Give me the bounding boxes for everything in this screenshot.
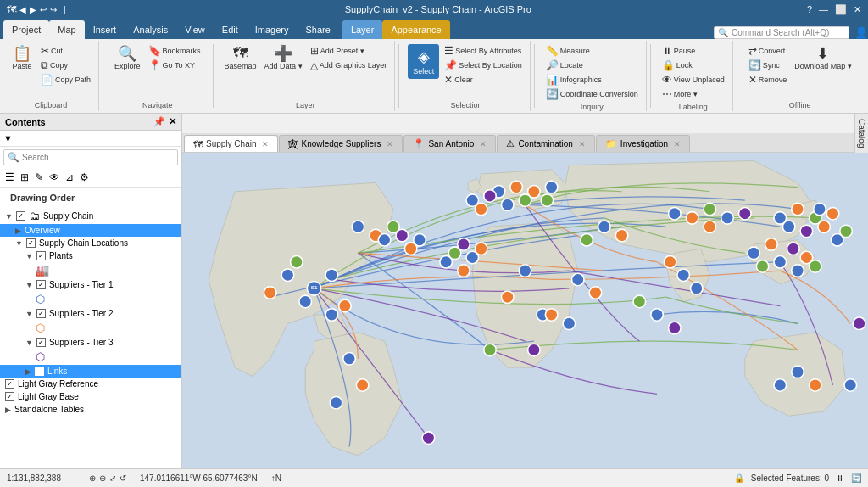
zoom-out-btn[interactable]: ⊖: [99, 473, 106, 483]
tab-edit[interactable]: Edit: [214, 20, 247, 39]
paste-button[interactable]: 📋 Paste: [8, 44, 36, 72]
layer-supply-chain[interactable]: ▼ 🗂 Supply Chain: [0, 208, 181, 224]
layer-light-gray-base[interactable]: Light Gray Base: [0, 390, 181, 403]
layer-standalone-tables[interactable]: ▶ Standalone Tables: [0, 403, 181, 416]
add-data-button[interactable]: ➕ Add Data ▾: [262, 44, 305, 72]
layer-light-gray-ref[interactable]: Light Gray Reference: [0, 378, 181, 390]
visibility-btn[interactable]: 👁: [47, 171, 61, 184]
pause-button[interactable]: ⏸Pause: [659, 44, 727, 58]
sidebar-pin-btn[interactable]: 📌: [153, 116, 165, 127]
edit-layer-btn[interactable]: ✎: [33, 171, 45, 184]
measure-button[interactable]: 📏Measure: [543, 44, 641, 58]
layer-suppliers-t2[interactable]: ▼ Suppliers - Tier 2: [0, 307, 181, 320]
expand-suppliers-t2[interactable]: ▼: [25, 310, 33, 318]
map-canvas[interactable]: S1: [182, 153, 868, 468]
undo-btn[interactable]: ↩: [40, 5, 47, 14]
grid-view-btn[interactable]: ⊞: [19, 171, 31, 184]
help-btn[interactable]: ?: [807, 4, 812, 15]
explore-button[interactable]: 🔍 Explore: [112, 44, 143, 72]
layer-sc-locations[interactable]: ▼ Supply Chain Locations: [0, 237, 181, 249]
copy-path-button[interactable]: 📄Copy Path: [38, 73, 93, 87]
bookmarks-button[interactable]: 🔖Bookmarks: [146, 44, 203, 58]
clear-selection-button[interactable]: ✕Clear: [442, 73, 525, 87]
supply-chain-tab-close[interactable]: ✕: [262, 140, 269, 148]
goto-xy-button[interactable]: 📍Go To XY: [146, 59, 203, 72]
remove-button[interactable]: ✕Remove: [746, 73, 790, 87]
locate-button[interactable]: 🔎Locate: [543, 59, 641, 72]
zoom-in-btn[interactable]: ⊕: [89, 473, 96, 483]
select-by-attributes-button[interactable]: ☰Select By Attributes: [442, 44, 525, 58]
expand-supply-chain[interactable]: ▼: [5, 212, 13, 221]
tab-appearance[interactable]: Appearance: [382, 20, 449, 39]
view-unplaced-button[interactable]: 👁View Unplaced: [659, 73, 727, 87]
investigation-tab-close[interactable]: ✕: [674, 140, 681, 148]
catalog-panel[interactable]: Catalog: [854, 114, 868, 153]
add-graphics-layer-button[interactable]: △Add Graphics Layer: [308, 59, 390, 72]
infographics-button[interactable]: 📊Infographics: [543, 73, 641, 87]
back-btn[interactable]: ◀: [19, 5, 26, 14]
layer-suppliers-t1[interactable]: ▼ Suppliers - Tier 1: [0, 278, 181, 291]
map-tab-san-antonio[interactable]: 📍 San Antonio ✕: [403, 135, 496, 152]
settings-btn[interactable]: ⚙: [78, 171, 91, 184]
tab-imagery[interactable]: Imagery: [247, 20, 298, 39]
pause-render-btn[interactable]: ⏸: [836, 473, 844, 483]
lock-button[interactable]: 🔒Lock: [659, 59, 727, 72]
refresh-btn[interactable]: 🔄: [851, 473, 861, 483]
expand-overview[interactable]: ▶: [15, 227, 21, 235]
map-tab-supply-chain[interactable]: 🗺 Supply Chain ✕: [184, 135, 278, 152]
tab-insert[interactable]: Insert: [85, 20, 125, 39]
close-btn[interactable]: ✕: [854, 4, 861, 15]
tab-view[interactable]: View: [176, 20, 214, 39]
maximize-btn[interactable]: ⬜: [835, 4, 847, 15]
command-search[interactable]: 🔍 Command Search (Alt+Q): [714, 26, 849, 39]
checkbox-links[interactable]: [35, 367, 44, 376]
layer-overview[interactable]: ▶ Overview: [0, 224, 181, 237]
expand-links[interactable]: ▶: [25, 367, 31, 376]
expand-suppliers-t1[interactable]: ▼: [25, 281, 33, 289]
knowledge-tab-close[interactable]: ✕: [387, 140, 393, 148]
map-tab-knowledge-suppliers[interactable]: 🕸 Knowledge Suppliers ✕: [279, 135, 403, 152]
map-tab-investigation[interactable]: 📁 Investigation ✕: [596, 135, 690, 152]
checkbox-suppliers-t2[interactable]: [36, 309, 46, 318]
checkbox-supply-chain[interactable]: [16, 211, 25, 221]
profile-icon[interactable]: 👤: [854, 26, 868, 39]
forward-btn[interactable]: ▶: [30, 5, 36, 14]
tab-project[interactable]: Project: [3, 20, 49, 39]
expand-sc-locations[interactable]: ▼: [15, 239, 23, 248]
sync-button[interactable]: 🔄Sync: [746, 59, 790, 72]
list-view-btn[interactable]: ☰: [3, 171, 16, 184]
add-preset-button[interactable]: ⊞Add Preset ▾: [308, 44, 390, 58]
download-map-button[interactable]: ⬇ Download Map ▾: [792, 44, 854, 72]
expand-suppliers-t3[interactable]: ▼: [25, 339, 33, 347]
sidebar-close-btn[interactable]: ✕: [169, 116, 176, 127]
expand-plants[interactable]: ▼: [25, 252, 33, 260]
zoom-fit-btn[interactable]: ⤢: [109, 473, 116, 483]
tab-share[interactable]: Share: [298, 20, 339, 39]
tab-analysis[interactable]: Analysis: [125, 20, 176, 39]
cut-button[interactable]: ✂Cut: [38, 44, 93, 58]
basemap-button[interactable]: 🗺 Basemap: [222, 44, 259, 72]
more-button[interactable]: ⋯More ▾: [659, 87, 727, 101]
redo-btn[interactable]: ↪: [50, 5, 57, 14]
group-btn[interactable]: ⊿: [64, 171, 75, 184]
sidebar-search-input[interactable]: [22, 153, 174, 162]
layer-links[interactable]: ▶ Links: [0, 365, 181, 378]
san-antonio-tab-close[interactable]: ✕: [480, 140, 487, 148]
copy-button[interactable]: ⧉Copy: [38, 59, 93, 72]
checkbox-light-gray-base[interactable]: [5, 392, 14, 401]
coordinate-conversion-button[interactable]: 🔄Coordinate Conversion: [543, 87, 641, 101]
tab-layer[interactable]: Layer: [342, 20, 383, 39]
tab-map[interactable]: Map: [49, 20, 84, 39]
select-by-location-button[interactable]: 📌Select By Location: [442, 59, 525, 72]
sidebar-search-box[interactable]: 🔍: [3, 149, 178, 165]
rotate-btn[interactable]: ↺: [120, 473, 126, 483]
checkbox-suppliers-t1[interactable]: [36, 280, 46, 289]
checkbox-sc-locations[interactable]: [26, 238, 36, 248]
layer-suppliers-t3[interactable]: ▼ Suppliers - Tier 3: [0, 336, 181, 349]
select-button[interactable]: ◈ Select: [408, 44, 439, 79]
layer-plants[interactable]: ▼ Plants: [0, 249, 181, 262]
map-tab-contamination[interactable]: ⚠ Contamination ✕: [497, 135, 594, 152]
contamination-tab-close[interactable]: ✕: [579, 140, 586, 148]
checkbox-light-gray-ref[interactable]: [5, 379, 14, 389]
minimize-btn[interactable]: —: [819, 4, 828, 15]
